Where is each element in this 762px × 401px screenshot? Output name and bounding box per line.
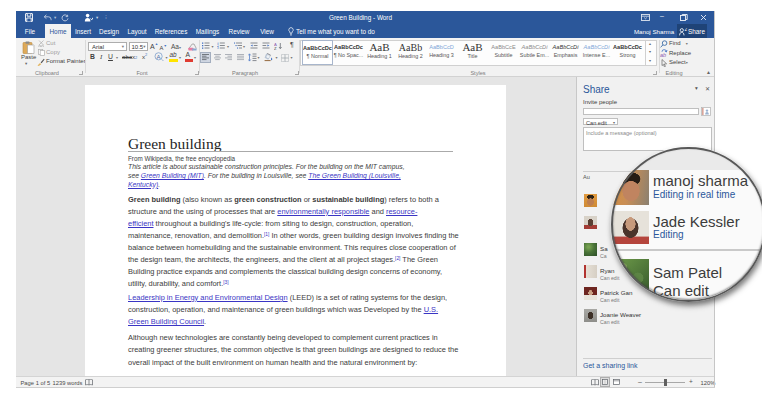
svg-text:3: 3: [217, 46, 219, 49]
svg-text:A: A: [157, 53, 161, 59]
svg-text:ab: ab: [660, 52, 666, 58]
svg-text:Z: Z: [274, 46, 277, 50]
svg-text:2: 2: [685, 28, 688, 32]
